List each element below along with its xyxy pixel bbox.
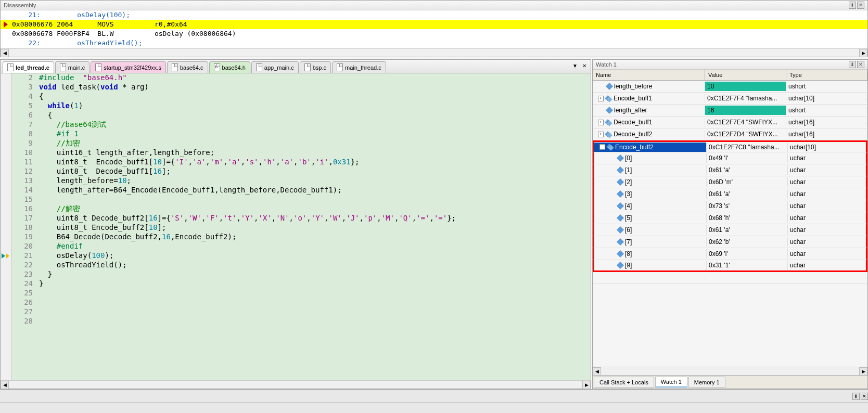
status-bar: ⬇ ✕ [0,389,868,403]
col-value[interactable]: Value [705,70,786,80]
watch-h-scrollbar[interactable]: ◀ ▶ [593,367,867,375]
file-icon [7,63,14,71]
scroll-left-icon[interactable]: ◀ [1,381,9,389]
disassembly-body[interactable]: 21: osDelay(100);0x08006676 2064 MOVS r0… [1,10,867,48]
var-type: ushort [786,82,867,91]
var-value[interactable]: 0x61 'a' [707,165,788,175]
expand-icon[interactable]: + [598,96,604,101]
watch-row[interactable]: [9]0x31 '1'uchar [593,260,867,272]
scroll-right-icon[interactable]: ▶ [859,49,867,57]
watch-row[interactable]: [1]0x61 'a'uchar [593,164,867,176]
col-type[interactable]: Type [786,70,867,80]
var-name: Encode_buff2 [615,144,654,151]
var-name: Decode_buff1 [614,119,653,126]
watch-row[interactable]: + Encode_buff10xC1E2F7F4 "Iamasha...ucha… [593,93,867,105]
tab-label: main.c [68,64,85,71]
tab-base64-c[interactable]: base64.c [167,61,208,73]
var-name: length_before [614,83,652,90]
watch-row[interactable]: [7]0x62 'b'uchar [593,236,867,248]
watch-row[interactable]: [4]0x73 's'uchar [593,200,867,212]
var-value[interactable]: 0x69 'i' [707,249,788,259]
var-icon [606,96,611,101]
file-icon [95,63,101,71]
expand-icon[interactable]: + [598,132,604,137]
var-type: uchar[10] [788,143,866,152]
watch-row[interactable]: [5]0x68 'h'uchar [593,212,867,224]
watch-row[interactable]: [3]0x61 'a'uchar [593,188,867,200]
pin-icon[interactable]: ⬇ [849,2,856,9]
var-value[interactable]: 0x49 'I' [707,153,788,163]
watch-row[interactable]: [8]0x69 'i'uchar [593,248,867,260]
tab-led_thread-c[interactable]: led_thread.c [3,61,54,73]
editor-h-scrollbar[interactable]: ◀ ▶ [1,380,591,389]
code-editor[interactable]: 2345678910111213141516171819202122232425… [1,73,591,380]
var-value[interactable]: 0xC1E2F7F4 "Iamasha... [705,94,786,103]
watch-row[interactable]: + Decode_buff20xC1E2F7D4 "SWFtYX...uchar… [593,128,867,140]
watch-titlebar[interactable]: Watch 1 ⬇ ✕ [593,60,867,70]
var-icon [617,238,624,246]
var-icon [617,166,624,174]
watch-row[interactable]: + Decode_buff10xC1E2F7E4 "SWFtYX...uchar… [593,117,867,128]
watch-body[interactable]: length_before10ushort+ Encode_buff10xC1E… [593,81,867,367]
file-icon [256,63,262,71]
var-value[interactable]: 0xC1E2F7C8 "Iamasha... [707,143,788,152]
scroll-right-icon[interactable]: ▶ [582,381,591,389]
var-value[interactable]: 16 [705,106,786,115]
collapse-icon[interactable]: - [599,144,605,150]
watch-row[interactable]: [6]0x61 'a'uchar [593,224,867,236]
col-name[interactable]: Name [593,70,705,80]
tab-label: base64.h [222,64,246,71]
file-icon [304,63,311,71]
scroll-right-icon[interactable]: ▶ [859,367,867,376]
scroll-left-icon[interactable]: ◀ [593,367,601,376]
tab-label: startup_stm32f429xx.s [104,64,161,71]
tab-app_main-c[interactable]: app_main.c [251,61,299,73]
var-name: [0] [625,154,632,162]
tab-startup_stm32f429xx-s[interactable]: startup_stm32f429xx.s [91,61,166,73]
var-value[interactable]: 0x31 '1' [707,261,788,270]
watch-row[interactable]: length_after16ushort [593,105,867,117]
pin-icon[interactable]: ⬇ [849,61,856,68]
expand-icon[interactable]: + [598,120,604,125]
tab-dropdown-icon[interactable]: ▼ [571,61,579,70]
tab-label: app_main.c [264,64,294,71]
var-value[interactable]: 0xC1E2F7D4 "SWFtYX... [705,130,786,139]
var-value[interactable]: 0x61 'a' [707,189,788,199]
scroll-left-icon[interactable]: ◀ [1,49,9,57]
tab-main_thread-c[interactable]: main_thread.c [332,61,386,73]
pin-icon[interactable]: ⬇ [852,393,860,400]
watch-row[interactable]: [0]0x49 'I'uchar [593,152,867,164]
bottom-tab-watch-1[interactable]: Watch 1 [655,377,687,388]
var-value[interactable]: 0x6D 'm' [707,177,788,187]
watch-row[interactable]: - Encode_buff20xC1E2F7C8 "Iamasha...ucha… [593,140,867,152]
var-icon [617,190,624,198]
watch-row[interactable]: length_before10ushort [593,81,867,93]
tab-bsp-c[interactable]: bsp.c [300,61,331,73]
var-type: uchar [788,249,866,259]
close-icon[interactable]: ✕ [861,393,868,400]
var-value[interactable]: 0xC1E2F7E4 "SWFtYX... [705,118,786,127]
var-value[interactable]: 0x68 'h' [707,213,788,223]
status-bar-2 [0,403,868,413]
var-value[interactable]: 0x73 's' [707,201,788,211]
bottom-tab-memory-1[interactable]: Memory 1 [688,377,725,388]
tab-main-c[interactable]: main.c [55,61,90,73]
var-name: Decode_buff2 [614,131,653,138]
disassembly-titlebar[interactable]: Disassembly ⬇ ✕ [1,1,867,10]
watch-row[interactable]: [2]0x6D 'm'uchar [593,176,867,188]
close-icon[interactable]: ✕ [857,2,864,9]
close-icon[interactable]: ✕ [857,61,864,68]
var-icon [617,262,624,269]
bottom-tab-call-stack---locals[interactable]: Call Stack + Locals [594,377,654,388]
var-value[interactable]: 10 [705,82,786,91]
var-icon [606,120,611,125]
var-name: [6] [625,226,632,234]
var-type: uchar [788,225,866,235]
tab-label: bsp.c [313,64,326,71]
var-value[interactable]: 0x61 'a' [707,225,788,235]
var-value[interactable]: 0x62 'b' [707,237,788,247]
h-scrollbar[interactable]: ◀ ▶ [1,48,867,57]
tab-base64-h[interactable]: base64.h [209,61,250,73]
tab-label: led_thread.c [16,64,49,71]
tab-close-icon[interactable]: ✕ [580,61,589,70]
